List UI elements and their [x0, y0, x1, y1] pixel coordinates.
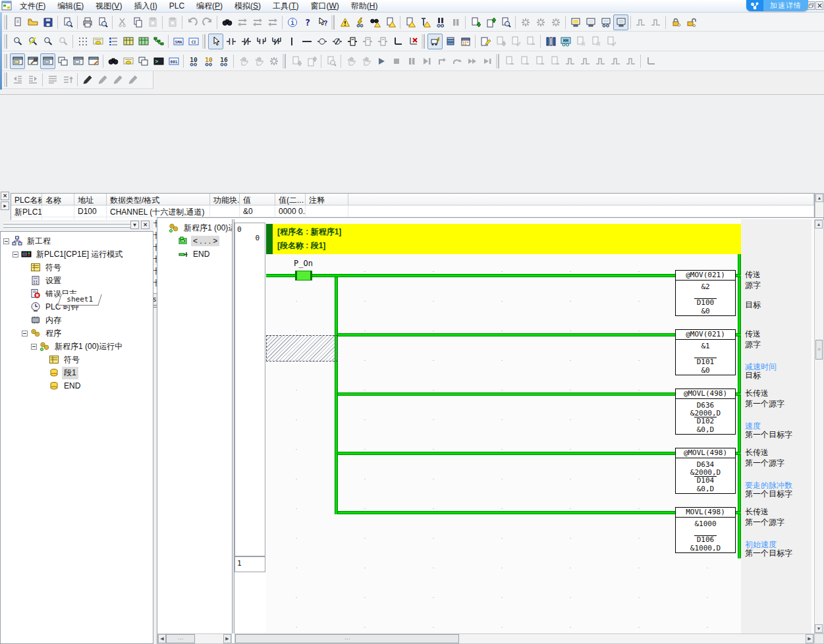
redo-button[interactable] — [200, 14, 215, 30]
program-tree-button[interactable] — [151, 34, 166, 49]
sim-step-end-button[interactable] — [419, 53, 434, 69]
output-window-button[interactable] — [25, 53, 40, 69]
ladder-vertical-scrollbar[interactable]: ▲ ≡ ▼ — [814, 219, 824, 633]
toolbar-grip[interactable] — [4, 15, 7, 30]
find-next-button[interactable] — [250, 14, 265, 30]
program-check-button[interactable] — [383, 14, 398, 30]
line-delete-button[interactable] — [405, 34, 420, 49]
change-value-button[interactable] — [251, 53, 266, 69]
paste-special-button[interactable] — [165, 14, 180, 30]
cell[interactable]: CHANNEL (十六进制,通道) — [107, 205, 210, 217]
watch-row-1[interactable]: 新PLC1D100CHANNEL (十六进制,通道)&00000 0... — [11, 205, 814, 217]
context-help-button[interactable]: ? — [315, 14, 330, 30]
coil-button[interactable] — [314, 34, 329, 49]
io-compare-button[interactable] — [323, 53, 339, 69]
cell[interactable] — [210, 205, 240, 217]
toolbar-grip[interactable] — [4, 34, 7, 49]
zoom-fit-button[interactable] — [25, 34, 40, 49]
sim-fast-forward-button[interactable] — [464, 53, 480, 69]
cell[interactable] — [306, 205, 348, 217]
compare-with-plc-button[interactable] — [498, 14, 513, 30]
column-header-名称[interactable]: 名称 — [42, 194, 74, 205]
grid-toggle-button[interactable] — [75, 34, 90, 49]
contact-p-on[interactable] — [295, 271, 312, 281]
column-header-功能块...[interactable]: 功能块... — [210, 194, 240, 205]
pen-copy-button[interactable] — [110, 72, 125, 88]
force-off-button[interactable] — [683, 14, 698, 30]
rung-comment-button[interactable] — [90, 34, 105, 49]
sheet-tab-sheet1[interactable]: sheet1 — [57, 294, 101, 306]
instruction-block-@MOV(021)[interactable]: @MOV(021)&1D101&0 — [675, 329, 736, 375]
cross-reference-button[interactable] — [55, 53, 70, 69]
tree-expander[interactable] — [3, 238, 9, 244]
scroll-thumb[interactable]: ≡ — [815, 340, 823, 360]
find-in-window-button[interactable] — [105, 53, 121, 69]
online-edit-cancel-button[interactable] — [548, 14, 563, 30]
ladder-horizontal-scrollbar[interactable]: ◀ ⋯ ▶ ⋯ ▶ — [157, 633, 824, 644]
scroll-thumb[interactable]: ⋯ — [235, 634, 459, 643]
project-tree[interactable]: 新工程新PLC1[CP1E] 运行模式符号设置错误日志PLC 时钟内存程序新程序… — [0, 231, 153, 644]
cell[interactable]: 0000 0... — [275, 205, 306, 217]
watch-close-button[interactable]: ✕ — [1, 192, 9, 200]
column-header-注释[interactable]: 注释 — [306, 194, 348, 205]
tree-item-END[interactable]: END — [1, 379, 153, 392]
indent-button[interactable] — [25, 72, 40, 88]
coil-nc-button[interactable] — [329, 34, 344, 49]
online-compile-button[interactable] — [352, 14, 368, 30]
tree-item-新程序1 (00)运[interactable]: 新程序1 (00)运 — [157, 221, 232, 234]
breakpoint-4-button[interactable] — [547, 53, 563, 69]
force-on-button[interactable] — [668, 14, 683, 30]
undo-button[interactable] — [184, 14, 200, 30]
io-send-button[interactable] — [288, 53, 304, 69]
grip-line[interactable] — [3, 223, 132, 225]
replace-button[interactable] — [234, 14, 250, 30]
data-trace-button[interactable] — [633, 14, 648, 30]
print-preview-button[interactable] — [95, 14, 110, 30]
hh-monitor-button[interactable]: HH — [558, 34, 573, 49]
tree-item-符号[interactable]: 符号 — [1, 261, 153, 274]
column-header-值(二...[interactable]: 值(二... — [275, 194, 306, 205]
save-button[interactable] — [40, 14, 55, 30]
tree-menu-button[interactable]: ▾ — [130, 221, 139, 229]
tree-item-< . . . >[interactable]: < . . . > — [157, 234, 232, 248]
tree-expander[interactable] — [31, 344, 37, 350]
section-list-button[interactable] — [136, 34, 151, 49]
select-tool-button[interactable] — [208, 34, 223, 49]
toolbar-grip[interactable] — [331, 15, 335, 30]
menu-模拟S[interactable]: 模拟(S) — [229, 1, 267, 11]
help-button[interactable]: ? — [300, 14, 315, 30]
tree-pane-hscroll[interactable]: ◀ ⋯ ▶ — [157, 633, 232, 644]
trace-5-button[interactable] — [623, 53, 638, 69]
io-multiview-button[interactable] — [136, 53, 151, 69]
new-file-button[interactable] — [10, 14, 25, 30]
compile-check-button[interactable] — [337, 14, 352, 30]
trace-1-button[interactable] — [563, 53, 578, 69]
signed-decimal-monitor-button[interactable]: 10 — [201, 53, 216, 69]
align-top-button[interactable] — [60, 72, 75, 88]
canvas-hscroll[interactable]: ⋯ ▶ — [234, 633, 814, 644]
symbol-table-button[interactable] — [105, 34, 121, 49]
copy-button[interactable] — [130, 14, 145, 30]
online-edit-b-button[interactable] — [588, 34, 603, 49]
mnemonic-view-button[interactable]: SMA — [171, 34, 186, 49]
tree-item-段1[interactable]: 段1 — [1, 366, 153, 379]
sim-step-over-button[interactable] — [449, 53, 464, 69]
pause-button[interactable] — [448, 14, 463, 30]
tree-item-程序[interactable]: 程序 — [1, 327, 153, 340]
outdent-button[interactable] — [10, 72, 25, 88]
rung-comment-banner[interactable]: [程序名 : 新程序1] [段名称 : 段1] — [266, 224, 809, 254]
scroll-thumb[interactable]: ⋯ — [166, 634, 195, 643]
horizontal-line-button[interactable] — [299, 34, 314, 49]
scroll-left-arrow[interactable]: ◀ — [158, 634, 166, 643]
sim-stop-button[interactable] — [389, 53, 404, 69]
time-chart-button[interactable] — [648, 14, 663, 30]
grip-line[interactable] — [3, 226, 132, 228]
menu-编程P[interactable]: 编程(P) — [190, 1, 229, 11]
zoom-out-small-button[interactable] — [10, 34, 25, 49]
instruction-block-@MOVL(498)[interactable]: @MOVL(498)D636&2000,DD102&0,D — [675, 389, 736, 435]
cell[interactable] — [42, 205, 74, 217]
menu-视图V[interactable]: 视图(V) — [90, 1, 128, 11]
set-value-button[interactable] — [236, 53, 251, 69]
scroll-up-arrow[interactable]: ▲ — [815, 194, 823, 202]
contact-no-button[interactable] — [223, 34, 238, 49]
